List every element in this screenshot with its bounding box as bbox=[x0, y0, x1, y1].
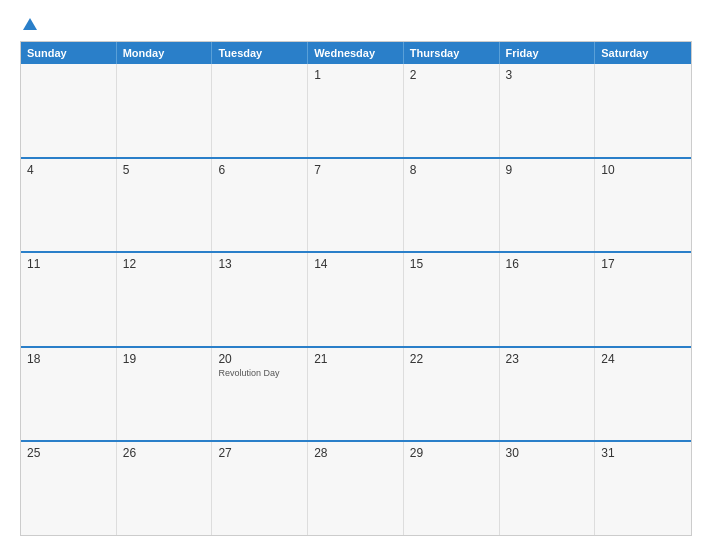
day-number: 3 bbox=[506, 68, 589, 82]
calendar-cell: 3 bbox=[500, 64, 596, 157]
day-number: 15 bbox=[410, 257, 493, 271]
calendar-cell: 1 bbox=[308, 64, 404, 157]
day-number: 21 bbox=[314, 352, 397, 366]
calendar-cell: 14 bbox=[308, 253, 404, 346]
day-number: 8 bbox=[410, 163, 493, 177]
header-cell-thursday: Thursday bbox=[404, 42, 500, 64]
calendar-grid: SundayMondayTuesdayWednesdayThursdayFrid… bbox=[20, 41, 692, 536]
calendar-cell: 17 bbox=[595, 253, 691, 346]
calendar-body: 1234567891011121314151617181920Revolutio… bbox=[21, 64, 691, 535]
calendar-cell: 10 bbox=[595, 159, 691, 252]
calendar-cell: 15 bbox=[404, 253, 500, 346]
calendar-cell: 11 bbox=[21, 253, 117, 346]
header-cell-friday: Friday bbox=[500, 42, 596, 64]
calendar-cell: 22 bbox=[404, 348, 500, 441]
day-number: 11 bbox=[27, 257, 110, 271]
calendar-cell: 2 bbox=[404, 64, 500, 157]
calendar-cell: 12 bbox=[117, 253, 213, 346]
day-number: 25 bbox=[27, 446, 110, 460]
day-number: 12 bbox=[123, 257, 206, 271]
event-label: Revolution Day bbox=[218, 368, 301, 379]
day-number: 16 bbox=[506, 257, 589, 271]
header-cell-monday: Monday bbox=[117, 42, 213, 64]
calendar-cell: 4 bbox=[21, 159, 117, 252]
day-number: 30 bbox=[506, 446, 589, 460]
calendar-cell: 23 bbox=[500, 348, 596, 441]
calendar-header-row: SundayMondayTuesdayWednesdayThursdayFrid… bbox=[21, 42, 691, 64]
header-cell-sunday: Sunday bbox=[21, 42, 117, 64]
header-cell-saturday: Saturday bbox=[595, 42, 691, 64]
day-number: 18 bbox=[27, 352, 110, 366]
day-number: 27 bbox=[218, 446, 301, 460]
day-number: 17 bbox=[601, 257, 685, 271]
calendar-week-3: 11121314151617 bbox=[21, 253, 691, 348]
logo-triangle-icon bbox=[23, 18, 37, 30]
calendar-week-2: 45678910 bbox=[21, 159, 691, 254]
day-number: 20 bbox=[218, 352, 301, 366]
calendar-cell: 9 bbox=[500, 159, 596, 252]
day-number: 4 bbox=[27, 163, 110, 177]
calendar-cell: 19 bbox=[117, 348, 213, 441]
day-number: 2 bbox=[410, 68, 493, 82]
day-number: 24 bbox=[601, 352, 685, 366]
day-number: 13 bbox=[218, 257, 301, 271]
day-number: 9 bbox=[506, 163, 589, 177]
calendar-cell bbox=[21, 64, 117, 157]
header-cell-tuesday: Tuesday bbox=[212, 42, 308, 64]
page-header bbox=[20, 18, 692, 31]
header-cell-wednesday: Wednesday bbox=[308, 42, 404, 64]
day-number: 23 bbox=[506, 352, 589, 366]
calendar-cell: 20Revolution Day bbox=[212, 348, 308, 441]
calendar-cell: 7 bbox=[308, 159, 404, 252]
calendar-cell: 27 bbox=[212, 442, 308, 535]
logo bbox=[20, 18, 37, 31]
day-number: 7 bbox=[314, 163, 397, 177]
day-number: 28 bbox=[314, 446, 397, 460]
calendar-cell: 8 bbox=[404, 159, 500, 252]
day-number: 6 bbox=[218, 163, 301, 177]
calendar-cell: 31 bbox=[595, 442, 691, 535]
calendar-cell: 29 bbox=[404, 442, 500, 535]
calendar-cell bbox=[117, 64, 213, 157]
day-number: 22 bbox=[410, 352, 493, 366]
calendar-cell: 6 bbox=[212, 159, 308, 252]
calendar-cell: 21 bbox=[308, 348, 404, 441]
calendar-page: SundayMondayTuesdayWednesdayThursdayFrid… bbox=[0, 0, 712, 550]
day-number: 1 bbox=[314, 68, 397, 82]
calendar-cell: 13 bbox=[212, 253, 308, 346]
calendar-week-1: 123 bbox=[21, 64, 691, 159]
calendar-cell bbox=[595, 64, 691, 157]
day-number: 29 bbox=[410, 446, 493, 460]
day-number: 19 bbox=[123, 352, 206, 366]
calendar-week-5: 25262728293031 bbox=[21, 442, 691, 535]
calendar-cell: 26 bbox=[117, 442, 213, 535]
day-number: 5 bbox=[123, 163, 206, 177]
day-number: 14 bbox=[314, 257, 397, 271]
day-number: 26 bbox=[123, 446, 206, 460]
calendar-cell: 24 bbox=[595, 348, 691, 441]
calendar-cell: 25 bbox=[21, 442, 117, 535]
calendar-cell: 30 bbox=[500, 442, 596, 535]
calendar-cell: 28 bbox=[308, 442, 404, 535]
calendar-cell: 5 bbox=[117, 159, 213, 252]
calendar-cell: 16 bbox=[500, 253, 596, 346]
day-number: 10 bbox=[601, 163, 685, 177]
calendar-week-4: 181920Revolution Day21222324 bbox=[21, 348, 691, 443]
day-number: 31 bbox=[601, 446, 685, 460]
calendar-cell: 18 bbox=[21, 348, 117, 441]
calendar-cell bbox=[212, 64, 308, 157]
